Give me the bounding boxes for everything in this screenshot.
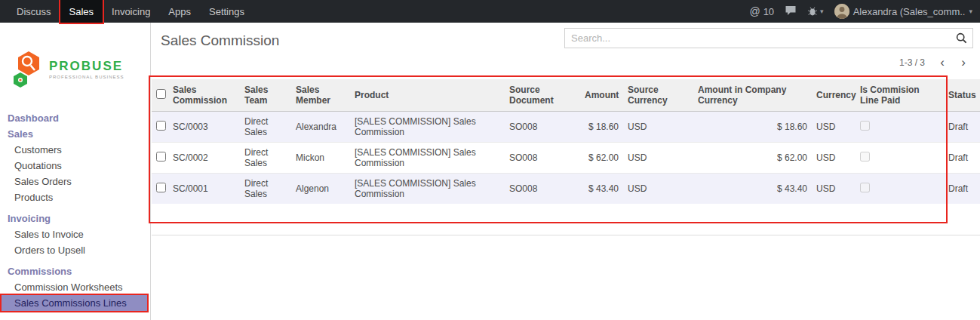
- sidebar: PROBUSE PROFESSIONAL BUSINESS Dashboard …: [0, 23, 151, 320]
- row-select-checkbox[interactable]: [156, 152, 166, 162]
- cell-sales-commission: SC/0001: [168, 173, 240, 204]
- sidebar-section-commissions[interactable]: Commissions: [0, 263, 150, 279]
- select-all-checkbox-cell: [152, 79, 168, 111]
- table-row[interactable]: SC/0001 Direct Sales Algenon [SALES COMM…: [152, 173, 980, 204]
- column-header-sales-team[interactable]: Sales Team: [240, 79, 291, 111]
- row-select-checkbox[interactable]: [156, 183, 166, 192]
- column-header-sales-commission[interactable]: Sales Commission: [168, 79, 240, 111]
- app-menus: Discuss Sales Invoicing Apps Settings: [8, 0, 253, 23]
- is-paid-checkbox: [860, 121, 870, 131]
- user-menu[interactable]: Alexandra (Sales_comm.. ▾: [834, 4, 972, 19]
- cell-sales-team: Direct Sales: [240, 142, 291, 173]
- is-paid-checkbox: [860, 152, 870, 162]
- cell-product: [SALES COMMISSION] Sales Commission: [350, 173, 505, 204]
- sidebar-item-sales-to-invoice[interactable]: Sales to Invoice: [0, 226, 150, 242]
- row-select-cell: [152, 173, 168, 204]
- cell-status: Draft: [944, 173, 980, 204]
- sidebar-item-customers[interactable]: Customers: [0, 142, 150, 158]
- cell-sales-commission: SC/0002: [168, 142, 240, 173]
- cell-is-paid: [856, 111, 944, 142]
- mention-count: 10: [763, 6, 774, 17]
- cell-currency: USD: [812, 173, 856, 204]
- cell-source-document: SO008: [505, 111, 580, 142]
- cell-currency: USD: [812, 142, 856, 173]
- sidebar-item-orders-to-upsell[interactable]: Orders to Upsell: [0, 242, 150, 258]
- top-navbar: Discuss Sales Invoicing Apps Settings @ …: [0, 0, 980, 23]
- sidebar-item-sales-orders[interactable]: Sales Orders: [0, 174, 150, 189]
- row-select-checkbox[interactable]: [156, 121, 166, 131]
- cell-company-amount: $ 18.60: [693, 111, 812, 142]
- pager-range: 1-3 / 3: [899, 57, 925, 68]
- table-empty-area: [152, 204, 980, 235]
- sidebar-section-dashboard[interactable]: Dashboard: [0, 110, 150, 126]
- cell-currency: USD: [812, 111, 856, 142]
- column-header-product[interactable]: Product: [350, 79, 505, 111]
- row-select-cell: [152, 111, 168, 142]
- sidebar-section-sales[interactable]: Sales: [0, 126, 150, 142]
- logo-title: PROBUSE: [49, 59, 124, 74]
- cell-product: [SALES COMMISSION] Sales Commission: [350, 111, 505, 142]
- page-title: Sales Commission: [161, 32, 279, 49]
- cell-source-currency: USD: [623, 111, 693, 142]
- cell-sales-member: Algenon: [291, 173, 350, 204]
- column-header-sales-member[interactable]: Sales Member: [291, 79, 350, 111]
- cell-is-paid: [856, 173, 944, 204]
- mentions-counter[interactable]: @ 10: [749, 5, 774, 17]
- search-icon: [956, 32, 967, 44]
- cell-status: Draft: [944, 111, 980, 142]
- mention-icon: @: [749, 5, 760, 17]
- pager: 1-3 / 3 ‹ ›: [899, 54, 973, 71]
- cell-amount: $ 18.60: [580, 111, 623, 142]
- column-header-status[interactable]: Status: [944, 79, 980, 111]
- cell-sales-commission: SC/0003: [168, 111, 240, 142]
- sidebar-section-invoicing[interactable]: Invoicing: [0, 211, 150, 226]
- pager-previous-button[interactable]: ‹: [932, 54, 952, 71]
- sales-commission-app: { "topbar": { "menus": ["Discuss", "Sale…: [0, 0, 980, 320]
- probuse-logo: PROBUSE PROFESSIONAL BUSINESS: [11, 50, 124, 88]
- menu-settings[interactable]: Settings: [200, 0, 253, 23]
- cell-sales-member: Mickon: [291, 142, 350, 173]
- column-header-currency[interactable]: Currency: [812, 79, 856, 111]
- is-paid-checkbox: [860, 183, 870, 192]
- column-header-is-commission-paid[interactable]: Is Commision Line Paid: [856, 79, 944, 111]
- pager-next-button[interactable]: ›: [954, 54, 973, 71]
- menu-invoicing[interactable]: Invoicing: [103, 0, 159, 23]
- cell-company-amount: $ 62.00: [693, 142, 812, 173]
- sidebar-nav: Dashboard Sales Customers Quotations Sal…: [0, 110, 150, 320]
- cell-source-currency: USD: [623, 173, 693, 204]
- row-select-cell: [152, 142, 168, 173]
- sidebar-section-reports[interactable]: Reports: [0, 316, 150, 320]
- menu-apps[interactable]: Apps: [159, 0, 200, 23]
- cell-source-document: SO008: [505, 142, 580, 173]
- column-header-amount-company-currency[interactable]: Amount in Company Currency: [693, 79, 812, 111]
- search-button[interactable]: [951, 32, 972, 44]
- commission-list-table: Sales Commission Sales Team Sales Member…: [152, 79, 980, 204]
- table-header-row: Sales Commission Sales Team Sales Member…: [152, 79, 980, 111]
- table-row[interactable]: SC/0002 Direct Sales Mickon [SALES COMMI…: [152, 142, 980, 173]
- debug-menu[interactable]: ▾: [807, 6, 824, 17]
- main-content: Sales Commission 1-3 / 3 ‹ ›: [152, 23, 980, 320]
- cell-product: [SALES COMMISSION] Sales Commission: [350, 142, 505, 173]
- sidebar-item-commission-worksheets[interactable]: Commission Worksheets: [0, 279, 150, 295]
- cell-company-amount: $ 43.40: [693, 173, 812, 204]
- menu-discuss[interactable]: Discuss: [8, 0, 60, 23]
- sidebar-item-sales-commissions-lines[interactable]: Sales Commissions Lines: [2, 295, 147, 311]
- cell-sales-team: Direct Sales: [240, 173, 291, 204]
- column-header-amount[interactable]: Amount: [580, 79, 623, 111]
- search-input[interactable]: [565, 32, 951, 44]
- column-header-source-currency[interactable]: Source Currency: [623, 79, 693, 111]
- cell-sales-member: Alexandra: [291, 111, 350, 142]
- topbar-right-tools: @ 10 ▾: [749, 4, 972, 19]
- cell-is-paid: [856, 142, 944, 173]
- sidebar-item-products[interactable]: Products: [0, 189, 150, 205]
- sidebar-item-quotations[interactable]: Quotations: [0, 158, 150, 174]
- table-row[interactable]: SC/0003 Direct Sales Alexandra [SALES CO…: [152, 111, 980, 142]
- messages-icon[interactable]: [785, 5, 797, 18]
- cell-source-document: SO008: [505, 173, 580, 204]
- column-header-source-document[interactable]: Source Document: [505, 79, 580, 111]
- select-all-checkbox[interactable]: [156, 89, 166, 99]
- control-panel: Sales Commission 1-3 / 3 ‹ ›: [152, 23, 980, 79]
- menu-sales[interactable]: Sales: [60, 0, 103, 23]
- cell-sales-team: Direct Sales: [240, 111, 291, 142]
- probuse-logo-icon: [11, 50, 45, 88]
